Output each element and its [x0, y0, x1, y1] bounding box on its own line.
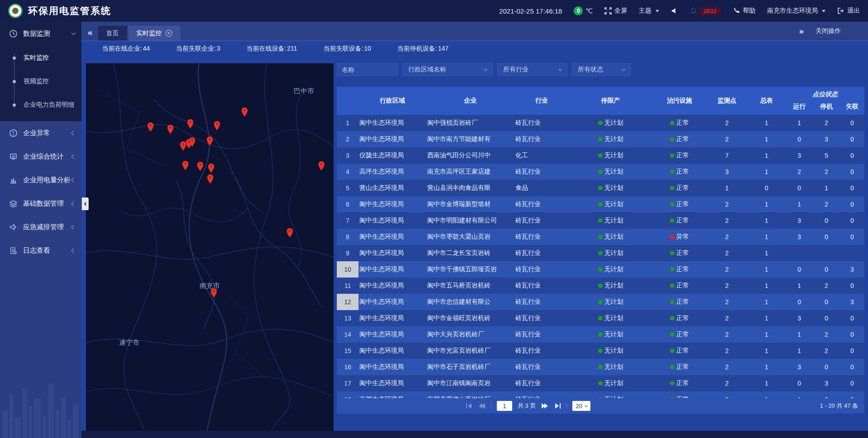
company-cell: 阆中强锐页岩砖厂: [426, 115, 514, 131]
table-row[interactable]: 18南部生态环境局南部县双佛山页岩砖厂砖瓦行业无计划正常21120: [337, 391, 864, 398]
fullscreen-button[interactable]: 全屏: [604, 7, 627, 15]
facility-cell: 正常: [652, 278, 707, 294]
tabs-scroll-left-button[interactable]: «: [88, 28, 93, 37]
halt-count-cell: 2: [813, 391, 840, 398]
table-row[interactable]: 1阆中生态环境局阆中强锐页岩砖厂砖瓦行业无计划正常21120: [337, 115, 864, 131]
sidebar-item-enterprise-abnormal[interactable]: 企业异常: [0, 121, 81, 145]
table-row[interactable]: 14阆中生态环境局阆中大兴页岩机砖厂砖瓦行业无计划正常21120: [337, 326, 864, 343]
table-row[interactable]: 7阆中生态环境局阆中市明阳建材有限公司砖瓦行业无计划正常21300: [337, 212, 864, 229]
lost-count-cell: 0: [840, 180, 864, 196]
region-filter-select[interactable]: 行政区域名称: [402, 63, 493, 76]
status-filter-select[interactable]: 所有状态: [572, 63, 631, 76]
stop-limit-cell: 无计划: [569, 229, 652, 245]
industry-cell: 砖瓦行业: [514, 294, 569, 310]
location-pin-icon[interactable]: [189, 137, 196, 147]
sidebar-subitem-realtime-monitoring[interactable]: 实时监控: [0, 46, 81, 70]
chevron-left-icon: [71, 131, 76, 135]
sidebar-item-enterprise-statistics[interactable]: 企业综合统计: [0, 145, 81, 168]
logout-button[interactable]: 退出: [837, 7, 860, 15]
tabs-scroll-right-button[interactable]: »: [799, 27, 804, 35]
first-page-icon[interactable]: [466, 403, 473, 409]
location-pin-icon[interactable]: [197, 161, 204, 171]
filter-bar: 行政区域名称所有行业所有状态: [337, 63, 864, 76]
chevron-left-icon: [71, 178, 76, 182]
city-skyline-decoration: [0, 366, 81, 438]
table-row[interactable]: 17阆中生态环境局阆中市江南镇阆南页岩砖瓦行业无计划正常21030: [337, 375, 864, 391]
halt-count-cell: 2: [813, 115, 840, 131]
close-circle-icon[interactable]: ×: [165, 30, 172, 37]
org-menu[interactable]: 南充市生态环境局: [767, 7, 826, 15]
location-pin-icon[interactable]: [167, 124, 174, 134]
theme-menu[interactable]: 主题: [639, 7, 659, 15]
map-panel[interactable]: 巴中市南充市遂宁市: [86, 63, 334, 431]
industry-cell: 砖瓦行业: [514, 212, 569, 229]
company-cell: 阆中市枣碧大梁山页岩: [426, 229, 514, 245]
run-count-cell: [786, 245, 813, 261]
tab-realtime-monitoring[interactable]: 实时监控×: [128, 26, 180, 41]
sidebar-item-data-monitoring[interactable]: 数据监测: [0, 22, 81, 45]
sidebar-subitem-power-load-detail[interactable]: 企业电力负荷明细: [0, 93, 81, 117]
page-size-select[interactable]: 20: [572, 401, 590, 411]
table-row[interactable]: 8阆中生态环境局阆中市枣碧大梁山页岩砖瓦行业无计划异常21300: [337, 229, 864, 245]
prev-page-icon[interactable]: [478, 403, 486, 409]
sidebar-item-base-data[interactable]: 基础数据管理: [0, 192, 81, 215]
table-row[interactable]: 13阆中生态环境局阆中市金福旺页岩机砖砖瓦行业无计划正常21300: [337, 310, 864, 326]
sidebar-item-log-view[interactable]: 日志查看: [0, 239, 81, 262]
location-pin-icon[interactable]: [241, 107, 248, 117]
table-row[interactable]: 6阆中生态环境局阆中市金博瑞新型墙材砖瓦行业无计划正常21120: [337, 196, 864, 212]
location-pin-icon[interactable]: [206, 136, 213, 146]
tab-home[interactable]: 首页: [98, 26, 127, 41]
page-number-input[interactable]: [497, 401, 512, 411]
chevron-down-icon: [622, 67, 625, 71]
location-pin-icon[interactable]: [187, 119, 194, 129]
table-row[interactable]: 3仪陇生态环境局西南油气田分公司川中化工无计划正常71350: [337, 147, 864, 164]
table-row[interactable]: 16阆中生态环境局阆中市石子页岩机砖厂砖瓦行业无计划正常21300: [337, 359, 864, 375]
sidebar-subitem-video-monitoring[interactable]: 视频监控: [0, 70, 81, 93]
region-cell: 阆中生态环境局: [359, 245, 426, 261]
table-row[interactable]: 2阆中生态环境局阆中市南方节能建材有砖瓦行业无计划正常21030: [337, 131, 864, 147]
location-pin-icon[interactable]: [208, 163, 215, 173]
next-page-icon[interactable]: [541, 403, 548, 409]
location-pin-icon[interactable]: [210, 288, 217, 298]
location-pin-icon[interactable]: [213, 121, 221, 131]
lost-count-cell: 0: [840, 212, 864, 229]
seq-cell: 3: [337, 147, 359, 164]
location-pin-icon[interactable]: [147, 122, 154, 132]
region-cell: 阆中生态环境局: [359, 229, 426, 245]
table-row[interactable]: 12阆中生态环境局阆中市忠信建材有限公砖瓦行业无计划正常21003: [337, 294, 864, 310]
industry-filter-select[interactable]: 所有行业: [497, 63, 567, 76]
table-header-cell: 治污设施: [652, 87, 707, 115]
sidebar-item-emergency-reduction[interactable]: 应急减排管理: [0, 215, 81, 239]
sidebar-item-power-analysis[interactable]: 企业用电量分析: [0, 168, 81, 192]
close-operations-button[interactable]: 关闭操作: [816, 27, 841, 35]
location-pin-icon[interactable]: [286, 228, 293, 238]
sidebar-collapse-handle[interactable]: [82, 198, 89, 210]
help-button[interactable]: 帮助: [733, 7, 755, 15]
table-row[interactable]: 10阆中生态环境局阆中市千佛镇五郎垭页岩砖瓦行业无计划正常21003: [337, 261, 864, 278]
stat-item: 当前在线企业:44: [102, 45, 150, 53]
company-cell: 阆中市二龙长宝页岩砖: [426, 245, 514, 261]
table-row[interactable]: 4高坪生态环境局南充市高坪区王家店建砖瓦行业无计划正常31220: [337, 164, 864, 180]
name-filter-input[interactable]: [337, 63, 398, 76]
volume-button[interactable]: [671, 7, 678, 14]
table-row[interactable]: 5营山生态环境局营山县润丰肉食品有限食品无计划正常10010: [337, 180, 864, 196]
location-pin-icon[interactable]: [207, 174, 214, 184]
run-count-cell: 1: [786, 196, 813, 212]
last-page-icon[interactable]: [554, 403, 561, 409]
meters-cell: 1: [747, 147, 786, 164]
halt-count-cell: 0: [813, 261, 840, 278]
status-dot: [598, 186, 603, 190]
location-pin-icon[interactable]: [318, 161, 325, 171]
industry-cell: 砖瓦行业: [514, 359, 569, 375]
halt-count-cell: [813, 245, 840, 261]
table-row[interactable]: 11阆中生态环境局阆中市五马桥页岩机砖砖瓦行业无计划正常21120: [337, 278, 864, 294]
meters-cell: 1: [747, 294, 786, 310]
stat-item: 当前失联企业:3: [176, 45, 220, 53]
notification-button[interactable]: 2632: [690, 7, 721, 15]
lost-count-cell: 0: [840, 310, 864, 326]
table-row[interactable]: 15阆中生态环境局阆中市光富页岩机砖厂砖瓦行业无计划正常21120: [337, 343, 864, 359]
location-pin-icon[interactable]: [182, 160, 189, 170]
table-row[interactable]: 9阆中生态环境局阆中市二龙长宝页岩砖砖瓦行业无计划正常21: [337, 245, 864, 261]
company-cell: 阆中市南方节能建材有: [426, 131, 514, 147]
map-city-label: 遂宁市: [119, 338, 139, 347]
